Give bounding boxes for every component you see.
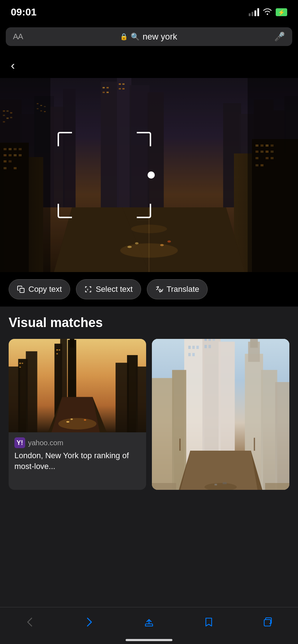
match-1-source-name: yahoo.com	[28, 439, 63, 447]
svg-point-95	[66, 421, 69, 423]
svg-rect-78	[20, 288, 24, 293]
bracket-corner-br	[137, 204, 151, 218]
svg-rect-132	[204, 345, 207, 348]
svg-rect-114	[275, 382, 289, 490]
back-icon	[24, 616, 36, 628]
bracket-corner-bl	[58, 204, 72, 218]
signal-icon	[249, 8, 259, 16]
lock-icon: 🔒	[120, 33, 128, 41]
svg-rect-101	[57, 349, 58, 350]
svg-rect-127	[188, 353, 191, 356]
svg-rect-102	[59, 349, 60, 350]
match-card-1[interactable]: Y! yahoo.com London, New York top rankin…	[9, 339, 146, 490]
status-bar: 09:01 ⚡	[0, 0, 298, 22]
back-nav-button[interactable]: ‹	[11, 58, 15, 72]
copy-text-label: Copy text	[28, 285, 62, 294]
svg-rect-117	[152, 483, 176, 490]
svg-rect-88	[71, 339, 73, 340]
tabs-icon	[262, 616, 274, 628]
focus-dot	[148, 171, 155, 179]
svg-rect-108	[152, 378, 174, 490]
url-content: 🔒 🔍 new york	[27, 32, 270, 42]
match-1-source-row: Y! yahoo.com	[14, 437, 140, 448]
url-text[interactable]: new york	[143, 32, 177, 42]
svg-rect-100	[19, 367, 21, 368]
svg-rect-122	[179, 438, 180, 451]
main-image	[0, 78, 298, 272]
svg-rect-89	[116, 363, 129, 432]
battery-icon: ⚡	[276, 8, 287, 16]
forward-button[interactable]	[77, 613, 101, 631]
nav-bar: ‹	[0, 52, 298, 78]
bottom-toolbar	[0, 607, 298, 644]
svg-rect-131	[213, 339, 215, 341]
svg-point-94	[58, 418, 96, 429]
svg-rect-128	[192, 353, 195, 356]
svg-rect-130	[208, 339, 211, 341]
mic-icon[interactable]: 🎤	[274, 32, 285, 42]
match-card-2[interactable]	[152, 339, 289, 490]
svg-rect-87	[70, 339, 74, 348]
visual-matches-section: Visual matches	[0, 307, 298, 497]
translate-button[interactable]: Translate	[147, 279, 208, 299]
select-text-button[interactable]: T Select text	[76, 279, 141, 299]
aa-button[interactable]: AA	[13, 32, 23, 41]
bracket-corner-tl	[58, 132, 72, 146]
svg-point-97	[84, 419, 86, 420]
svg-rect-126	[197, 346, 199, 349]
bracket-corner-tr	[137, 132, 151, 146]
svg-rect-91	[136, 367, 146, 432]
copy-text-button[interactable]: Copy text	[9, 279, 70, 299]
match-1-info: Y! yahoo.com London, New York top rankin…	[9, 432, 146, 477]
svg-rect-98	[19, 363, 21, 364]
tabs-button[interactable]	[256, 613, 280, 631]
matches-grid: Y! yahoo.com London, New York top rankin…	[9, 339, 289, 490]
match-1-title: London, New York top ranking of most-lov…	[14, 450, 140, 472]
wifi-icon	[263, 7, 272, 17]
match-image-2	[152, 339, 289, 490]
back-button[interactable]	[18, 613, 42, 631]
svg-rect-120	[215, 484, 217, 485]
select-text-icon: T	[84, 285, 92, 293]
select-text-label: Select text	[96, 285, 133, 294]
svg-rect-118	[265, 483, 289, 490]
status-time: 09:01	[11, 6, 37, 18]
svg-point-96	[71, 418, 73, 420]
svg-rect-103	[57, 353, 58, 354]
svg-rect-125	[192, 346, 195, 349]
bookmarks-icon	[203, 616, 215, 628]
svg-text:T: T	[87, 288, 89, 291]
match-image-1	[9, 339, 146, 432]
bookmarks-button[interactable]	[197, 613, 221, 631]
search-icon: 🔍	[131, 32, 140, 41]
svg-rect-133	[208, 345, 211, 348]
svg-rect-121	[223, 482, 227, 484]
share-icon	[143, 616, 155, 628]
status-icons: ⚡	[249, 7, 287, 17]
action-bar: Copy text T Select text Translate	[0, 272, 298, 307]
svg-rect-112	[250, 339, 258, 348]
svg-rect-124	[188, 346, 191, 349]
focus-bracket	[58, 132, 151, 218]
svg-rect-113	[261, 370, 277, 490]
translate-label: Translate	[167, 285, 199, 294]
address-bar[interactable]: AA 🔒 🔍 new york 🎤	[6, 27, 292, 46]
visual-matches-title: Visual matches	[9, 315, 289, 330]
svg-rect-129	[204, 339, 207, 341]
home-indicator	[126, 639, 172, 641]
forward-icon	[83, 616, 95, 628]
svg-rect-123	[254, 438, 255, 451]
svg-rect-83	[26, 351, 37, 433]
yahoo-logo: Y!	[14, 437, 25, 448]
translate-icon	[155, 285, 163, 293]
svg-rect-134	[264, 620, 271, 626]
svg-rect-99	[22, 363, 23, 364]
copy-icon	[17, 285, 25, 293]
share-button[interactable]	[137, 613, 161, 631]
